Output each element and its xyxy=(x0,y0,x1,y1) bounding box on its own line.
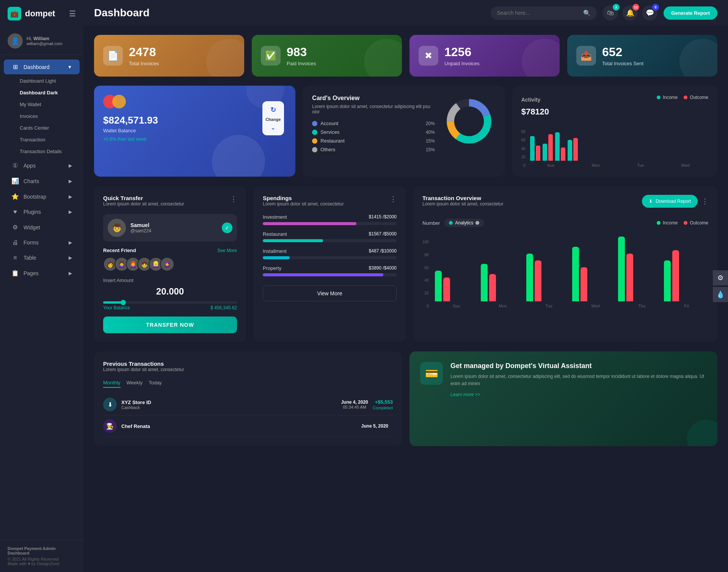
bootstrap-icon: ⭐ xyxy=(11,193,19,200)
chat-badge: 8 xyxy=(652,4,659,11)
bag-button[interactable]: 🛍 2 xyxy=(603,5,618,20)
footer-copyright: © 2021 All Rights Reserved xyxy=(8,557,76,561)
big-bar-labels: Sun Mon Tue Wed Thu Fri xyxy=(433,304,708,308)
spending-investment-header: Investment $1415 /$2000 xyxy=(263,214,397,220)
sidebar-item-label: Charts xyxy=(24,178,64,184)
spending-property: Property $3890 /$4000 xyxy=(263,265,397,276)
outcome-bar-sun-big xyxy=(443,277,450,301)
subnav-transaction-details[interactable]: Transaction Details xyxy=(0,146,83,157)
transaction-overview-header: Transaction Overview Lorem ipsum dolor s… xyxy=(422,195,708,213)
bottom-row: Quick Transfer Lorem ipsum dolor sit ame… xyxy=(94,186,717,342)
transfer-now-button[interactable]: TRANSFER NOW xyxy=(103,317,237,333)
sidebar-item-table[interactable]: ≡ Table ▶ xyxy=(4,251,80,265)
property-fill xyxy=(263,273,383,276)
sidebar-item-apps[interactable]: ① Apps ▶ xyxy=(4,158,80,173)
sidebar-user: 👤 Hi, William william@gmail.com xyxy=(0,27,83,55)
trans-name-chef: Chef Renata xyxy=(121,423,357,429)
y-40: 40 xyxy=(521,147,526,151)
view-more-button[interactable]: View More xyxy=(263,285,397,301)
outcome-bar-wed xyxy=(573,138,578,161)
bar-labels: Sun Mon Tue Wed xyxy=(529,163,708,168)
tab-monthly[interactable]: Monthly xyxy=(103,380,121,388)
generate-report-button[interactable]: Generate Report xyxy=(664,6,717,20)
chat-button[interactable]: 💬 8 xyxy=(642,5,657,20)
trans-icon-chef: 👨‍🍳 xyxy=(103,419,117,433)
income-bar-mon-big xyxy=(481,264,488,301)
transaction-item-xyz: ⬇ XYZ Store ID Cashback June 4, 2020 05:… xyxy=(103,394,393,415)
total-invoices-icon: 📄 xyxy=(103,46,123,66)
sidebar-item-label: Bootstrap xyxy=(24,194,64,200)
sidebar-item-pages[interactable]: 📋 Pages ▶ xyxy=(4,266,80,281)
stat-card-total-sent: 📤 652 Total Invoices Sent xyxy=(567,35,717,77)
big-bar-group-tue xyxy=(526,254,569,301)
subnav-dashboard-dark[interactable]: Dashboard Dark xyxy=(0,87,83,99)
subnav-transaction[interactable]: Transaction xyxy=(0,134,83,146)
sidebar-nav: ⊞ Dashboard ▼ Dashboard Light Dashboard … xyxy=(0,55,83,540)
unpaid-invoices-icon: ✖ xyxy=(419,46,438,66)
subnav-invoices[interactable]: Invoices xyxy=(0,110,83,122)
analytics-label: Analytics xyxy=(455,220,473,226)
restaurant-bar xyxy=(263,239,397,242)
forms-icon: 🖨 xyxy=(11,239,19,246)
prev-trans-row: Previous Transactions Lorem ipsum dolor … xyxy=(94,351,717,446)
mastercard-icons xyxy=(103,95,254,108)
legend-label-account: Account xyxy=(320,121,422,126)
spendings-desc: Lorem ipsum dolor sit amet, consectetur xyxy=(263,201,344,207)
trans-date-label-chef: June 5, 2020 xyxy=(361,423,388,429)
sidebar-item-dashboard[interactable]: ⊞ Dashboard ▼ xyxy=(4,60,80,74)
tab-weekly[interactable]: Weekly xyxy=(127,380,143,388)
activity-amount: $78120 xyxy=(521,107,708,117)
va-learn-more-link[interactable]: Learn more >> xyxy=(450,392,707,397)
restaurant-fill xyxy=(263,239,323,242)
search-input[interactable] xyxy=(497,10,580,16)
overview-left: Card's Overview Lorem ipsum dolor sit am… xyxy=(312,95,435,168)
filter-number-label: Number xyxy=(422,220,440,226)
outcome-bar-sun xyxy=(536,146,540,161)
see-all-link[interactable]: See More xyxy=(217,248,237,253)
big-bar-group-mon xyxy=(481,264,524,301)
sidebar-item-charts[interactable]: 📊 Charts ▶ xyxy=(4,174,80,188)
label-tue: Tue xyxy=(637,163,644,168)
subnav-my-wallet[interactable]: My Wallet xyxy=(0,99,83,110)
sidebar-item-widget[interactable]: ⚙ Widget xyxy=(4,220,80,235)
change-btn-label: Change xyxy=(265,117,281,122)
transaction-more-icon[interactable]: ⋮ xyxy=(701,197,708,205)
legend-pct-account: 20% xyxy=(426,121,435,126)
hamburger-icon[interactable]: ☰ xyxy=(69,9,76,18)
chevron-right-icon: ▶ xyxy=(69,179,72,184)
friends-row: 👩 👩‍🦱 👩‍🦰 👧 👱‍♀️ 🧕 xyxy=(103,257,237,271)
friend-avatar-6[interactable]: 🧕 xyxy=(160,257,174,271)
download-report-button[interactable]: ⬇ Download Report xyxy=(642,195,698,208)
settings-button[interactable]: ⚙ xyxy=(713,270,728,285)
income-bar-sun xyxy=(530,136,535,161)
greeting: Hi, William xyxy=(27,36,62,41)
big-bar-group-wed xyxy=(572,247,615,301)
subnav-cards-center[interactable]: Cards Center xyxy=(0,122,83,134)
spendings-more-icon[interactable]: ⋮ xyxy=(390,195,397,203)
bell-button[interactable]: 🔔 12 xyxy=(623,5,638,20)
amount-slider[interactable] xyxy=(103,301,237,304)
sidebar-item-bootstrap[interactable]: ⭐ Bootstrap ▶ xyxy=(4,189,80,204)
spending-restaurant-header: Restaurant $1567 /$5000 xyxy=(263,231,397,237)
trans-amount-value-xyz: +$5,553 xyxy=(373,399,393,405)
tab-today[interactable]: Today xyxy=(149,380,162,388)
total-invoices-number: 2478 xyxy=(129,45,159,59)
legend-dot-restaurant xyxy=(312,138,317,144)
sidebar-item-forms[interactable]: 🖨 Forms ▶ xyxy=(4,235,80,250)
more-icon[interactable]: ⋮ xyxy=(230,195,237,203)
table-icon: ≡ xyxy=(11,254,19,261)
analytics-toggle[interactable]: Analytics xyxy=(444,219,484,227)
sidebar-item-plugins[interactable]: ♥ Plugins ▶ xyxy=(4,205,80,219)
spending-items: Investment $1415 /$2000 Restaurant $1567… xyxy=(263,214,397,276)
legend-pct-others: 15% xyxy=(426,147,435,152)
legend-label-services: Services xyxy=(320,129,422,135)
va-decoration xyxy=(687,420,717,446)
stat-card-paid-invoices: ✅ 983 Paid Invoices xyxy=(252,35,402,77)
income-dot-t xyxy=(657,221,661,225)
va-desc: Lorem ipsum dolor sit amet, consectetur … xyxy=(450,373,707,387)
installment-amounts: $487 /$10000 xyxy=(369,248,397,254)
subnav-dashboard-light[interactable]: Dashboard Light xyxy=(0,75,83,87)
theme-button[interactable]: 💧 xyxy=(713,287,728,302)
total-sent-number: 652 xyxy=(602,45,643,59)
chevron-right-icon: ▶ xyxy=(69,255,72,260)
